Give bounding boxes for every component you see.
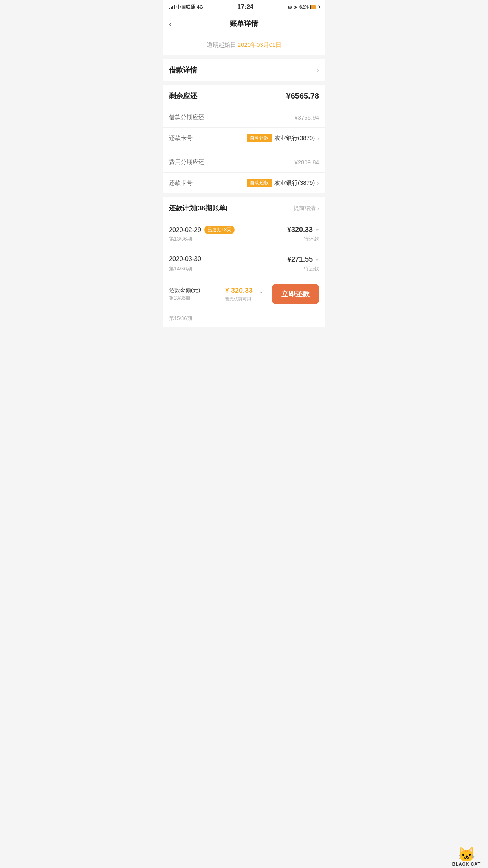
loan-details-section: 借款详情 › (163, 59, 325, 81)
plan-item-row-1: 2020-02-29 已逾期18天 ¥320.33 (169, 226, 319, 234)
bank-info-1: 自动还款 农业银行(3879) › (247, 134, 319, 142)
plan-status-2: 待还款 (304, 265, 319, 272)
status-left: 中国联通 4G (169, 4, 203, 11)
fee-installment-value: ¥2809.84 (294, 159, 319, 166)
remaining-row: 剩余应还 ¥6565.78 (163, 85, 325, 107)
summary-section: 剩余应还 ¥6565.78 借款分期应还 ¥3755.94 还款卡号 自动还款 … (163, 85, 325, 193)
overdue-date: 2020年03月01日 (238, 41, 282, 48)
bank-name-1: 农业银行(3879) (274, 134, 315, 142)
back-button[interactable]: ‹ (169, 20, 172, 28)
chevron-right-icon: › (317, 67, 319, 73)
bank-info-2: 自动还款 农业银行(3879) › (247, 179, 319, 187)
last-period-label: 第15/36期 (169, 315, 192, 321)
auto-badge-2: 自动还款 (247, 179, 272, 187)
plan-period-2: 第14/36期 (169, 265, 192, 272)
repay-card-row-1[interactable]: 还款卡号 自动还款 农业银行(3879) › (163, 128, 325, 149)
page-title: 账单详情 (230, 19, 258, 28)
early-settle-button[interactable]: 提前结清 › (294, 205, 319, 212)
repay-card-label-2: 还款卡号 (169, 179, 193, 187)
plan-sub-row-1: 第13/36期 待还款 (169, 235, 319, 243)
fee-installment-row: 费用分期应还 ¥2809.84 (163, 152, 325, 173)
battery-icon (310, 5, 319, 9)
plan-date-1: 2020-02-29 (169, 226, 201, 234)
battery-percent: 62% (299, 4, 309, 10)
plan-sub-row-2: 第14/36期 待还款 (169, 265, 319, 272)
last-period-section: 第15/36期 (163, 309, 325, 327)
bottom-bar-label: 还款金额(元) (169, 287, 225, 294)
status-bar: 中国联通 4G 17:24 ⊕ ➤ 62% (163, 0, 325, 14)
bottom-bar-middle: ¥ 320.33 ⌄ 暂无优惠可用 (225, 287, 272, 302)
loan-installment-value: ¥3755.94 (294, 114, 319, 121)
plan-item-1: 2020-02-29 已逾期18天 ¥320.33 第13/36期 待还款 (163, 219, 325, 249)
chevron-right-icon-2: › (317, 135, 319, 142)
status-right: ⊕ ➤ 62% (288, 4, 319, 10)
navigation-icon: ➤ (294, 4, 298, 10)
status-time: 17:24 (237, 4, 253, 11)
overdue-section: 逾期起始日 2020年03月01日 (163, 33, 325, 55)
plan-amount-group-1: ¥320.33 (287, 226, 319, 234)
fee-installment-label: 费用分期应还 (169, 158, 204, 166)
overdue-badge-1: 已逾期18天 (204, 226, 235, 234)
bottom-bar-amount-value: ¥ 320.33 (225, 287, 253, 295)
plan-period-1: 第13/36期 (169, 235, 192, 243)
repay-card-row-2[interactable]: 还款卡号 自动还款 农业银行(3879) › (163, 173, 325, 193)
dropdown-arrow-icon[interactable]: ⌄ (255, 287, 267, 295)
chevron-right-icon-3: › (317, 180, 319, 186)
bank-name-2: 农业银行(3879) (274, 179, 315, 187)
repay-card-label-1: 还款卡号 (169, 134, 193, 142)
plan-date-group-1: 2020-02-29 已逾期18天 (169, 226, 235, 234)
bottom-bar-amount: ¥ 320.33 ⌄ (225, 287, 267, 295)
network-label: 4G (197, 4, 203, 10)
bottom-bar-left: 还款金额(元) 第13/36期 (169, 287, 225, 302)
section-divider-3 (163, 193, 325, 197)
plan-item-row-2: 2020-03-30 ¥271.55 (169, 256, 319, 264)
overdue-label: 逾期起始日 (207, 41, 236, 48)
plan-section: 还款计划(36期账单) 提前结清 › 2020-02-29 已逾期18天 ¥32… (163, 197, 325, 279)
loan-details-label: 借款详情 (169, 65, 197, 75)
signal-icon (169, 5, 175, 9)
auto-badge-1: 自动还款 (247, 134, 272, 142)
loan-installment-label: 借款分期应还 (169, 114, 204, 121)
carrier-label: 中国联通 (176, 4, 195, 11)
remaining-value: ¥6565.78 (286, 92, 319, 101)
section-divider-2 (163, 81, 325, 85)
dropdown-icon-2 (315, 259, 319, 261)
location-icon: ⊕ (288, 4, 292, 10)
plan-title: 还款计划(36期账单) (169, 204, 227, 213)
chevron-right-icon-4: › (317, 205, 319, 211)
plan-date-2: 2020-03-30 (169, 256, 201, 263)
plan-item-2: 2020-03-30 ¥271.55 第14/36期 待还款 (163, 249, 325, 279)
loan-details-row[interactable]: 借款详情 › (163, 59, 325, 81)
plan-header: 还款计划(36期账单) 提前结清 › (163, 197, 325, 219)
pay-now-button[interactable]: 立即还款 (272, 284, 319, 304)
early-settle-label: 提前结清 (294, 205, 316, 212)
remaining-label: 剩余应还 (169, 91, 197, 101)
loan-installment-row: 借款分期应还 ¥3755.94 (163, 107, 325, 128)
bottom-bar-note: 暂无优惠可用 (225, 296, 251, 302)
plan-amount-group-2: ¥271.55 (287, 256, 319, 264)
bottom-payment-bar: 还款金额(元) 第13/36期 ¥ 320.33 ⌄ 暂无优惠可用 立即还款 (163, 279, 325, 309)
plan-amount-2: ¥271.55 (287, 256, 313, 264)
section-divider-1 (163, 55, 325, 59)
last-period-row: 第15/36期 (163, 309, 325, 327)
dropdown-icon-1 (315, 229, 319, 231)
bottom-bar-period: 第13/36期 (169, 295, 225, 302)
nav-bar: ‹ 账单详情 (163, 14, 325, 33)
plan-status-1: 待还款 (304, 235, 319, 243)
plan-amount-1: ¥320.33 (287, 226, 313, 234)
